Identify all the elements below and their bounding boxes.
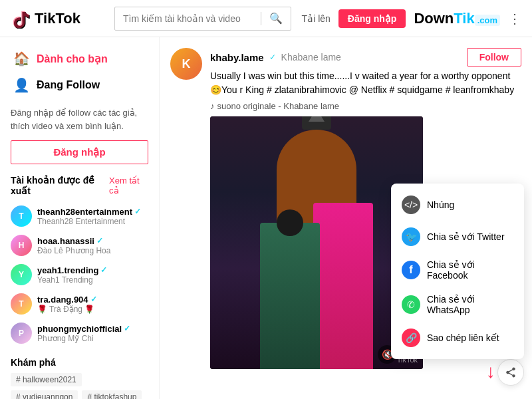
logo-area: TikTok	[11, 9, 104, 29]
share-button[interactable]	[497, 359, 524, 386]
share-twitter[interactable]: 🐦 Chia sẻ với Twitter	[391, 221, 524, 253]
verified-icon-4: ✓	[90, 295, 97, 304]
tiktok-logo-icon	[11, 9, 31, 29]
figure-green	[260, 223, 320, 369]
downtik-badge: DownTik.com	[414, 11, 500, 26]
account-sub-1: Theanh28 Entertainment	[37, 217, 148, 226]
share-whatsapp[interactable]: ✆ Chia sẻ với WhatsApp	[391, 287, 524, 322]
tag-grid: # halloween2021 # vudieuanngon # tiktokf…	[11, 373, 148, 399]
account-name-3: yeah1.trending ✓	[37, 265, 148, 275]
account-name-1: theanh28entertainment ✓	[37, 207, 148, 217]
see-all-link[interactable]: Xem tất cả	[109, 176, 148, 196]
share-icon	[505, 366, 517, 378]
downtik-text: Down	[414, 10, 454, 27]
search-bar: 🔍	[114, 7, 291, 31]
content-area: K khaby.lame ✓ Khabane lame Follow Usual…	[160, 37, 532, 399]
whatsapp-label: Chia sẻ với WhatsApp	[427, 294, 513, 315]
whatsapp-icon: ✆	[402, 295, 420, 314]
sidebar: 🏠 Dành cho bạn 👤 Đang Follow Đăng nhập đ…	[0, 37, 160, 399]
downtik-tik: Tik	[454, 10, 474, 27]
tag-vudieuanngon[interactable]: # vudieuanngon	[11, 390, 78, 399]
header-login-button[interactable]: Đăng nhập	[338, 9, 406, 28]
header-right: Tải lên Đăng nhập DownTik.com ⋮	[302, 9, 521, 28]
home-icon: 🏠	[13, 51, 30, 66]
avatar-1: T	[11, 205, 32, 227]
poster-verified-icon: ✓	[269, 53, 276, 62]
account-info-1: theanh28entertainment ✓ Theanh28 Enterta…	[37, 207, 148, 226]
account-info-4: tra.dang.904 ✓ 🌹 Trà Đặng 🌹	[37, 295, 148, 314]
triangle-mask	[309, 116, 325, 122]
twitter-icon: 🐦	[402, 227, 420, 246]
verified-icon-2: ✓	[96, 236, 103, 245]
verified-icon-3: ✓	[100, 265, 107, 275]
login-prompt: Đăng nhập để follow các tác giả, thích v…	[11, 106, 148, 132]
sidebar-item-for-you[interactable]: 🏠 Dành cho bạn	[11, 45, 148, 72]
suggested-header: Tài khoản được đề xuất Xem tất cả	[11, 175, 148, 196]
account-sub-2: Đào Lê Phương Hoa	[37, 246, 148, 255]
music-note-icon: ♪	[210, 101, 215, 111]
facebook-icon: f	[402, 261, 420, 279]
verified-icon-1: ✓	[134, 207, 141, 216]
embed-icon: </>	[402, 196, 420, 214]
figure-head-left	[277, 209, 303, 236]
upload-label[interactable]: Tải lên	[302, 13, 331, 24]
account-name-2: hoaa.hanassii ✓	[37, 236, 148, 246]
post-description: Usually I was win but this time......I v…	[210, 69, 521, 97]
arrow-indicator: ↓	[486, 361, 495, 382]
avatar-4: T	[11, 293, 32, 315]
avatar-2: H	[11, 235, 32, 256]
explore-title: Khám phá	[11, 357, 148, 368]
embed-label: Nhúng	[427, 200, 454, 210]
search-input[interactable]	[115, 13, 261, 24]
account-sub-4: 🌹 Trà Đặng 🌹	[37, 305, 148, 314]
copy-link-icon: 🔗	[402, 329, 420, 347]
follow-button[interactable]: Follow	[467, 48, 521, 66]
logo-text: TikTok	[35, 10, 80, 27]
share-copy-link[interactable]: 🔗 Sao chép liên kết	[391, 322, 524, 354]
avatar-3: Y	[11, 264, 32, 285]
account-info-3: yeah1.trending ✓ Yeah1 Trending	[37, 265, 148, 285]
sidebar-item-following[interactable]: 👤 Đang Follow	[11, 72, 148, 98]
poster-username[interactable]: khaby.lame	[210, 52, 264, 63]
figure-head-right	[302, 116, 331, 130]
facebook-label: Chia sẻ với Facebook	[427, 259, 513, 281]
account-name-4: tra.dang.904 ✓	[37, 295, 148, 305]
copy-link-label: Sao chép liên kết	[427, 332, 499, 343]
account-sub-5: Phương Mỹ Chi	[37, 334, 148, 343]
following-icon: 👤	[13, 77, 30, 93]
share-button-container	[497, 359, 524, 386]
account-name-5: phuongmychiofficial ✓	[37, 324, 148, 334]
more-icon[interactable]: ⋮	[508, 11, 521, 27]
account-item-1[interactable]: T theanh28entertainment ✓ Theanh28 Enter…	[11, 201, 148, 231]
share-menu: </> Nhúng 🐦 Chia sẻ với Twitter f Chia s…	[391, 184, 524, 359]
account-info-5: phuongmychiofficial ✓ Phương Mỹ Chi	[37, 324, 148, 343]
avatar-5: P	[11, 323, 32, 344]
account-sub-3: Yeah1 Trending	[37, 275, 148, 285]
suggested-title: Tài khoản được đề xuất	[11, 175, 109, 196]
explore-section: Khám phá # halloween2021 # vudieuanngon …	[11, 357, 148, 399]
following-label: Đang Follow	[37, 79, 100, 91]
post-sound[interactable]: ♪ suono originale - Khabane lame	[210, 101, 521, 111]
search-button[interactable]: 🔍	[261, 12, 291, 25]
poster-display-name: Khabane lame	[281, 52, 341, 63]
header: TikTok 🔍 Tải lên Đăng nhập DownTik.com ⋮	[0, 0, 532, 37]
post-header: khaby.lame ✓ Khabane lame Follow	[210, 48, 521, 66]
account-item-2[interactable]: H hoaa.hanassii ✓ Đào Lê Phương Hoa	[11, 231, 148, 260]
account-info-2: hoaa.hanassii ✓ Đào Lê Phương Hoa	[37, 236, 148, 255]
downtik-com: .com	[475, 15, 500, 26]
tag-halloween[interactable]: # halloween2021	[11, 373, 82, 386]
share-facebook[interactable]: f Chia sẻ với Facebook	[391, 253, 524, 287]
share-embed[interactable]: </> Nhúng	[391, 189, 524, 221]
poster-avatar: K	[170, 48, 202, 80]
account-item-3[interactable]: Y yeah1.trending ✓ Yeah1 Trending	[11, 260, 148, 289]
account-item-4[interactable]: T tra.dang.904 ✓ 🌹 Trà Đặng 🌹	[11, 289, 148, 319]
tag-tiktokfashup[interactable]: # tiktokfashup	[82, 390, 142, 399]
figure-pink	[313, 203, 373, 369]
main: 🏠 Dành cho bạn 👤 Đang Follow Đăng nhập đ…	[0, 37, 532, 399]
account-item-5[interactable]: P phuongmychiofficial ✓ Phương Mỹ Chi	[11, 319, 148, 348]
verified-icon-5: ✓	[124, 324, 130, 333]
sound-text: suono originale - Khabane lame	[217, 101, 340, 111]
sidebar-login-button[interactable]: Đăng nhập	[11, 140, 148, 164]
for-you-label: Dành cho bạn	[37, 53, 108, 65]
twitter-label: Chia sẻ với Twitter	[427, 231, 505, 242]
